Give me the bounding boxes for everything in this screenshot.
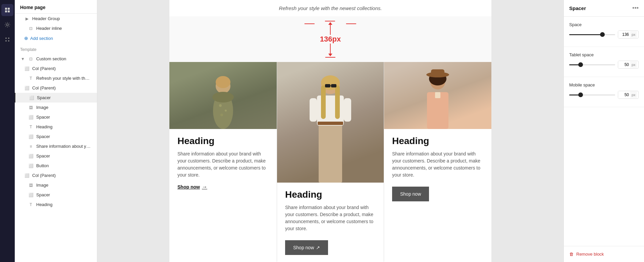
sidebar-refresh-text[interactable]: T Refresh your style with the ne... [15,73,97,83]
tablet-value-input[interactable] [618,61,630,68]
space-section: Space px [564,17,644,47]
col3-cta-label: Shop now [400,191,421,197]
sidebar-col-parent-2[interactable]: ⬜ Col (Parent) [15,83,97,93]
sidebar-item-label: Image [36,183,92,188]
tablet-space-label: Tablet space [569,52,639,57]
figure-svg-1 [196,62,250,129]
product-image-1 [169,62,277,129]
space-slider-track[interactable] [569,34,615,35]
layout-icon-btn[interactable] [1,4,13,16]
header-inline-icon: ⊡ [28,26,34,31]
space-input-wrap: px [618,30,639,39]
sidebar-col-parent-1[interactable]: ⬜ Col (Parent) [15,64,97,73]
mobile-slider-row: px [569,91,639,99]
spacer-h-bottom-left [325,57,335,58]
svg-point-6 [8,38,9,39]
remove-block-button[interactable]: 🗑 Remove block [569,252,604,257]
chevron-right-icon: ▶ [24,16,30,21]
canvas-inner: Refresh your style with the newest colle… [169,0,491,262]
svg-point-14 [225,110,227,112]
sidebar-image-1[interactable]: 🖼 Image [15,103,97,112]
mobile-slider-thumb[interactable] [578,92,583,97]
sidebar-item-label: Custom section [36,56,92,61]
spacer-corner-top-left [335,21,336,21]
sidebar-header-inline[interactable]: ⊡ Header inline [15,23,97,33]
sidebar-col-parent-3[interactable]: ⬜ Col (Parent) [15,171,97,180]
sidebar-panel: Home page ▶ Header Group ⊡ Header inline… [15,0,97,262]
spacer-indicator: 136px [305,21,356,58]
sidebar-item-label: Header Group [32,16,92,21]
sidebar-item-label: Spacer [36,134,92,139]
sidebar-heading-1[interactable]: T Heading [15,122,97,132]
svg-point-8 [8,40,9,42]
col3-heading: Heading [392,136,483,146]
spacer-h-bottom-row [325,57,335,58]
space-slider-thumb[interactable] [600,32,605,37]
spacer-h-top-left [325,21,335,21]
sidebar-image-2[interactable]: 🖼 Image [15,180,97,190]
sidebar-spacer-5[interactable]: ⬜ Spacer [15,190,97,200]
sidebar-item-label: Refresh your style with the ne... [36,76,92,81]
spacer-line-top [330,25,331,35]
svg-point-13 [219,104,222,107]
sidebar-item-label: Spacer [36,153,92,158]
svg-rect-33 [435,92,440,98]
panel-title: Spacer [569,5,586,11]
spacer-line-bottom [330,44,331,54]
image-icon: 🖼 [28,183,34,187]
sidebar-custom-section[interactable]: ▼ ⊡ Custom section [15,54,97,64]
spacer-main-row: 136px [305,22,356,56]
svg-rect-25 [325,84,330,87]
main-canvas: Refresh your style with the newest colle… [97,0,564,262]
col1-heading: Heading [177,136,269,146]
button-icon: ⬜ [28,163,34,168]
space-unit: px [630,31,637,38]
mobile-slider-track[interactable] [569,94,615,95]
sidebar-item-label: Share information about your ... [36,144,92,149]
tablet-slider-track[interactable] [569,64,615,65]
sidebar-share-text[interactable]: ≡ Share information about your ... [15,141,97,151]
mobile-value-input[interactable] [618,91,630,99]
sidebar-icon-rail [0,0,15,262]
svg-rect-23 [321,85,326,119]
trash-icon: 🗑 [569,252,574,257]
template-section-label: Template [15,43,97,54]
sidebar-item-label: Col (Parent) [32,173,92,178]
spacer-icon: ⬜ [28,115,34,120]
space-value-input[interactable] [618,31,630,38]
panel-menu-button[interactable]: ••• [632,5,639,12]
add-section-label: Add section [30,36,53,41]
settings-icon-btn[interactable] [1,19,13,31]
svg-point-5 [5,38,7,39]
col3-shop-now-button[interactable]: Shop now [392,187,429,201]
sidebar-button-1[interactable]: ⬜ Button [15,161,97,171]
spacer-v-left [305,23,315,24]
figure-svg-3 [411,62,465,129]
heading-icon: T [28,125,34,129]
remove-block-label: Remove block [576,252,604,257]
svg-rect-1 [8,8,10,10]
sidebar-spacer-3[interactable]: ⬜ Spacer [15,132,97,141]
product-image-3 [384,62,491,129]
sidebar-spacer-4[interactable]: ⬜ Spacer [15,151,97,161]
sidebar-heading-2[interactable]: T Heading [15,200,97,209]
mobile-space-section: Mobile space px [564,77,644,107]
apps-icon-btn[interactable] [1,34,13,46]
product-col-3: Heading Share information about your bra… [384,62,491,262]
page-title: Home page [15,0,97,14]
right-panel: Spacer ••• Space px Tablet space [564,0,644,262]
spacer-v-right [346,23,356,24]
add-section-button[interactable]: ⊕ Add section [15,33,97,43]
panel-header: Spacer ••• [564,0,644,17]
col2-cta-label: Shop now [293,245,314,250]
sidebar-spacer-active[interactable]: ⬜ Spacer [15,93,97,103]
svg-point-15 [220,114,223,116]
plus-icon: ⊕ [24,36,28,41]
tablet-slider-thumb[interactable] [578,62,583,67]
col1-shop-now-button[interactable]: Shop now → [177,184,207,190]
space-slider-row: px [569,30,639,39]
sidebar-spacer-2[interactable]: ⬜ Spacer [15,112,97,122]
col2-shop-now-button[interactable]: Shop now ↗ [285,240,328,255]
sidebar-item-label: Header inline [36,26,92,31]
sidebar-header-group[interactable]: ▶ Header Group [15,14,97,23]
